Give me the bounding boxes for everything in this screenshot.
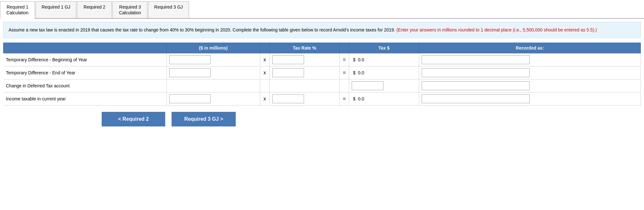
operator-x-3: x [260,92,269,105]
tab-req1calc[interactable]: Required 1 Calculation [0,1,35,19]
col-header-eq [340,43,349,53]
tax-table: ($ in millions) Tax Rate % Tax $ Recorde… [3,43,641,105]
equals-1: = [340,66,349,79]
amount-input-1[interactable] [169,68,211,77]
nav-buttons: < Required 2 Required 3 GJ > [102,112,644,126]
change-tax-cell [349,79,419,92]
info-box: Assume a new tax law is enacted in 2019 … [3,22,641,38]
col-header-op [260,43,269,53]
rate-cell-3 [269,92,339,105]
table-row: Income taxable in current year x = $ 0.0 [3,92,641,105]
rate-input-1[interactable] [272,68,304,77]
change-recorded-cell [419,79,641,92]
tab-req2[interactable]: Required 2 [77,1,112,18]
tax-dollar-cell-0: $ 0.0 [349,53,419,66]
table-row: Temporary Difference - End of Year x = $… [3,66,641,79]
change-amount-cell [167,79,260,92]
change-rate-cell [269,79,339,92]
rate-input-3[interactable] [272,94,304,103]
change-tax-input[interactable] [352,81,383,90]
col-header-taxdollar: Tax $ [349,43,419,53]
change-recorded-input[interactable] [422,81,530,90]
equals-3: = [340,92,349,105]
change-op-cell [260,79,269,92]
tax-dollar-cell-1: $ 0.0 [349,66,419,79]
rate-input-0[interactable] [272,55,304,64]
next-button[interactable]: Required 3 GJ > [172,112,236,126]
amount-cell-3 [167,92,260,105]
tab-req3calc[interactable]: Required 3 Calculation [112,1,147,18]
rate-cell-0 [269,53,339,66]
recorded-cell-3 [419,92,641,105]
col-header-millions: ($ in millions) [167,43,260,53]
operator-x-0: x [260,53,269,66]
operator-x-1: x [260,66,269,79]
amount-cell-0 [167,53,260,66]
recorded-input-0[interactable] [422,55,530,64]
amount-input-0[interactable] [169,55,211,64]
row-label-0: Temporary Difference - Beginning of Year [3,53,167,66]
recorded-cell-1 [419,66,641,79]
recorded-cell-0 [419,53,641,66]
rate-cell-1 [269,66,339,79]
tax-dollar-cell-3: $ 0.0 [349,92,419,105]
recorded-input-1[interactable] [422,68,530,77]
tab-req3gj[interactable]: Required 3 GJ [148,1,189,18]
recorded-input-3[interactable] [422,94,530,103]
col-header-label [3,43,167,53]
row-label-3: Income taxable in current year [3,92,167,105]
col-header-recorded: Recorded as: [419,43,641,53]
tabs-container: Required 1 Calculation Required 1 GJ Req… [0,0,644,19]
info-red-text: (Enter your answers in millions rounded … [397,27,597,32]
amount-cell-1 [167,66,260,79]
equals-0: = [340,53,349,66]
prev-button[interactable]: < Required 2 [102,112,165,126]
row-label-2: Change in Deferred Tax account [3,79,167,92]
info-main-text: Assume a new tax law is enacted in 2019 … [9,27,395,32]
tax-table-wrapper: ($ in millions) Tax Rate % Tax $ Recorde… [3,43,641,105]
tab-req1gj[interactable]: Required 1 GJ [36,1,76,18]
table-row: Temporary Difference - Beginning of Year… [3,53,641,66]
change-eq-cell [340,79,349,92]
row-label-1: Temporary Difference - End of Year [3,66,167,79]
table-row: Change in Deferred Tax account [3,79,641,92]
col-header-taxrate: Tax Rate % [269,43,339,53]
amount-input-3[interactable] [169,94,211,103]
